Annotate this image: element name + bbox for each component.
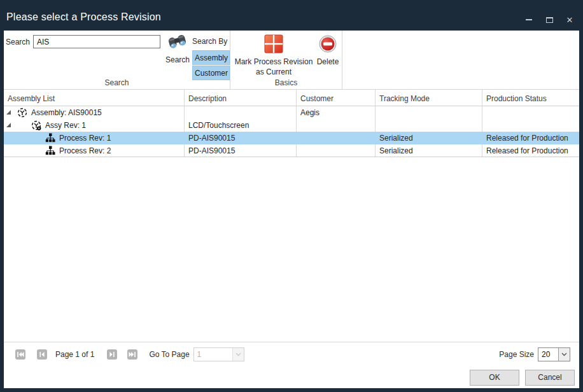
cell-tracking-mode: Serialized [376, 132, 482, 144]
first-page-button[interactable] [15, 349, 25, 360]
search-group-label: Search [4, 78, 230, 87]
mark-current-label-line1: Mark Process Revision [233, 58, 314, 66]
page-size-value: 20 [538, 348, 558, 361]
dialog-footer: OK Cancel [4, 367, 579, 388]
tree-cell: Assy Rev: 1 [4, 119, 185, 132]
search-input[interactable] [33, 35, 160, 48]
cell-description: PD-AIS90015 [185, 132, 297, 144]
filter-assembly-label: Assembly [195, 53, 228, 62]
process-hierarchy-icon [45, 146, 55, 156]
tree-cell: Process Rev: 2 [4, 144, 185, 157]
cancel-button[interactable]: Cancel [525, 370, 575, 386]
node-icon [45, 146, 55, 156]
search-button-label: Search [163, 55, 192, 64]
grid-row[interactable]: Assy Rev: 1 LCD/Touchscreen [4, 119, 579, 132]
column-header-description[interactable]: Description [185, 90, 297, 106]
tree-node-label: Process Rev: 1 [59, 134, 111, 143]
cell-tracking-mode [376, 119, 482, 132]
dialog-body: Search [4, 31, 579, 388]
grid-row[interactable]: Assembly: AIS90015 Aegis [4, 106, 579, 119]
node-icon [45, 133, 55, 143]
page-indicator: Page 1 of 1 [55, 350, 94, 359]
next-page-icon [107, 349, 117, 360]
grid-header: Assembly List Description Customer Track… [4, 90, 579, 106]
assembly-tree-grid: Assembly List Description Customer Track… [4, 90, 579, 342]
cell-description [185, 106, 297, 119]
last-page-icon [127, 349, 137, 360]
delete-icon [319, 44, 337, 55]
search-by-label: Search By [192, 37, 230, 46]
cell-production-status [482, 119, 579, 132]
grid-row[interactable]: Process Rev: 2 PD-AIS90015 Serialized Re… [4, 144, 579, 157]
cell-description: PD-AIS90015 [185, 144, 297, 157]
tree-node-label: Process Rev: 2 [59, 146, 111, 155]
filter-customer-label: Customer [195, 69, 228, 78]
grid-row[interactable]: Process Rev: 1 PD-AIS90015 Serialized Re… [4, 132, 579, 144]
tree-cell: Process Rev: 1 [4, 132, 185, 144]
minimize-button[interactable] [522, 14, 536, 25]
dialog-title: Please select a Process Revision [6, 11, 161, 23]
tree-cell: Assembly: AIS90015 [4, 106, 185, 119]
column-header-assembly-list[interactable]: Assembly List [4, 90, 185, 106]
go-to-page-value: 1 [194, 348, 232, 361]
close-icon: ✕ [566, 16, 573, 24]
dropdown-chevron-icon [235, 353, 241, 356]
binoculars-icon [167, 43, 188, 53]
tree-node-label: Assy Rev: 1 [45, 121, 86, 130]
node-icon [17, 108, 27, 118]
prev-page-icon [37, 349, 47, 360]
ok-button[interactable]: OK [470, 370, 519, 386]
mark-current-icon [264, 45, 283, 55]
minimize-icon [526, 19, 532, 20]
search-by-section: Search By Assembly Customer [192, 37, 230, 81]
cell-customer [297, 119, 376, 132]
maximize-icon [546, 17, 553, 23]
cell-tracking-mode [376, 106, 482, 119]
window-controls: ✕ [522, 14, 577, 25]
cell-tracking-mode: Serialized [376, 144, 482, 157]
close-button[interactable]: ✕ [563, 14, 577, 25]
ribbon-toolbar: Search [4, 31, 579, 90]
filter-assembly-button[interactable]: Assembly [192, 50, 230, 65]
assembly-icon [17, 108, 27, 118]
first-page-icon [15, 349, 25, 360]
last-page-button[interactable] [127, 349, 137, 360]
next-page-button[interactable] [107, 349, 117, 360]
go-to-page-dropdown-button[interactable] [232, 348, 244, 361]
cell-production-status: Released for Production [482, 144, 579, 157]
go-to-page-combobox[interactable]: 1 [193, 347, 244, 361]
column-header-tracking-mode[interactable]: Tracking Mode [376, 90, 482, 106]
mark-current-button[interactable]: Mark Process Revision as Current [233, 34, 314, 76]
column-header-production-status[interactable]: Production Status [482, 90, 579, 106]
ribbon-group-basics: Mark Process Revision as Current [230, 31, 342, 89]
page-size-combobox[interactable]: 20 [538, 347, 570, 361]
column-header-customer[interactable]: Customer [297, 90, 376, 106]
assy-rev-icon [31, 120, 41, 130]
cell-production-status [482, 106, 579, 119]
cell-customer [297, 132, 376, 144]
basics-group-label: Basics [230, 78, 342, 87]
expander-icon[interactable] [6, 110, 11, 115]
cell-description: LCD/Touchscreen [185, 119, 297, 132]
process-hierarchy-icon [45, 133, 55, 143]
node-icon [31, 120, 41, 130]
prev-page-button[interactable] [37, 349, 47, 360]
mark-current-label-line2: as Current [233, 68, 314, 76]
title-bar[interactable]: Please select a Process Revision ✕ [0, 0, 583, 31]
pager-bar: Page 1 of 1 Go To Page 1 [4, 342, 579, 367]
page-size-dropdown-button[interactable] [558, 348, 570, 361]
dropdown-chevron-icon [561, 353, 567, 356]
grid-body: Assembly: AIS90015 Aegis Assy Rev: 1 LCD… [4, 106, 579, 157]
maximize-button[interactable] [542, 14, 556, 25]
search-button[interactable]: Search [163, 34, 192, 64]
delete-button-label: Delete [314, 57, 341, 66]
process-revision-dialog: Please select a Process Revision ✕ Searc… [0, 0, 583, 392]
go-to-page-label: Go To Page [149, 350, 189, 359]
page-size-label: Page Size [499, 350, 534, 359]
ribbon-group-search: Search [4, 31, 230, 89]
search-field-label: Search [6, 38, 30, 46]
cell-customer [297, 144, 376, 157]
cell-production-status: Released for Production [482, 132, 579, 144]
delete-button[interactable]: Delete [314, 35, 341, 66]
expander-icon[interactable] [6, 123, 11, 127]
